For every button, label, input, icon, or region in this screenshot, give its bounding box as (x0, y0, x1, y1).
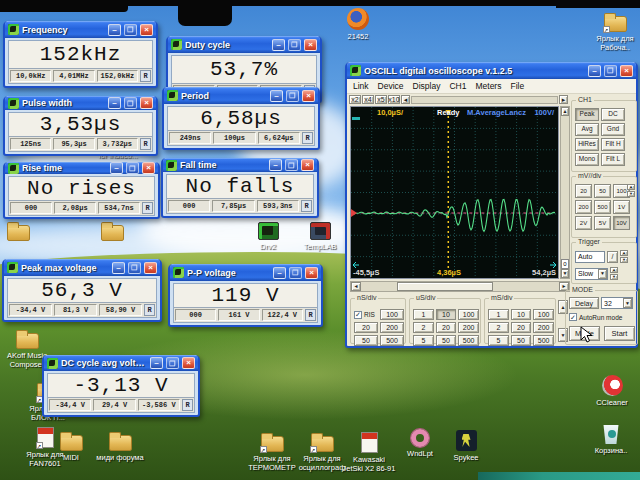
reset-button[interactable]: R (140, 70, 151, 82)
meter-window-fall-time[interactable]: Fall time–❐×No falls0007,85µs593,3nsR (161, 158, 319, 218)
trigger2-spin-up[interactable]: ▲ (610, 267, 618, 273)
toolbar-right-arrow[interactable]: ▸ (559, 95, 568, 104)
timebase-us-20[interactable]: 20 (436, 322, 457, 333)
desktop-icon-21452[interactable]: 21452 (328, 8, 388, 41)
timebase-ns-20[interactable]: 20 (354, 322, 378, 333)
close-button[interactable]: × (182, 357, 195, 369)
timebase-ms-5[interactable]: 5 (488, 335, 509, 346)
minimize-button[interactable]: – (110, 162, 123, 174)
timebase-ns-50[interactable]: 50 (354, 335, 378, 346)
mv-div-button-10V[interactable]: 10V (613, 216, 630, 230)
timebase-ns-100[interactable]: 100 (380, 309, 404, 320)
horizontal-scrollbar[interactable]: ◄ ► (350, 281, 570, 292)
minimize-button[interactable]: – (112, 262, 125, 274)
maximize-button[interactable]: ❐ (166, 357, 179, 369)
meter-titlebar[interactable]: Peak max voltage–❐× (4, 259, 160, 276)
maximize-button[interactable]: ❐ (604, 65, 617, 77)
close-button[interactable]: × (301, 159, 314, 171)
desktop-icon-CCleaner[interactable]: CCleaner (582, 375, 640, 407)
combo-dropdown-icon[interactable]: ▼ (623, 298, 632, 308)
minimize-button[interactable]: – (270, 90, 283, 102)
ris-checkbox[interactable]: ✓RIS (354, 309, 378, 320)
ch1-button-dc[interactable]: DC (601, 108, 625, 121)
timebase-ms-500[interactable]: 500 (533, 335, 554, 346)
close-button[interactable]: × (302, 90, 315, 102)
close-button[interactable]: × (142, 162, 155, 174)
combo-dropdown-icon[interactable]: ▼ (598, 269, 607, 279)
mv-div-button-1V[interactable]: 1V (613, 200, 630, 214)
reset-button[interactable]: R (140, 138, 151, 150)
mv-spin-up[interactable]: ▲ (627, 184, 635, 190)
minimize-button[interactable]: – (273, 267, 286, 279)
ch1-button-hires[interactable]: HiRes (575, 138, 599, 151)
meter-titlebar[interactable]: DC cycle avg voltage–❐× (44, 355, 198, 371)
timebase-us-2[interactable]: 2 (413, 322, 434, 333)
delay-combo[interactable]: 32▼ (601, 297, 633, 309)
meter-titlebar[interactable]: Frequency–❐× (5, 21, 156, 38)
scroll-track[interactable] (561, 116, 569, 259)
trigger-slope-button[interactable]: / (607, 251, 618, 263)
ch1-button-filt-l[interactable]: Filt L (601, 153, 625, 166)
close-button[interactable]: × (144, 262, 157, 274)
timebase-ns-200[interactable]: 200 (380, 322, 404, 333)
zoom-button-x10[interactable]: x10 (388, 95, 400, 104)
trigger-speed-combo[interactable]: Slow▼ (575, 268, 608, 280)
autorun-checkbox[interactable]: ✓AutoRun mode (569, 313, 622, 321)
desktop-icon-folder[interactable] (0, 225, 48, 241)
scroll-thumb[interactable] (397, 282, 493, 291)
maximize-button[interactable]: ❐ (126, 162, 139, 174)
minimize-button[interactable]: – (108, 97, 121, 109)
maximize-button[interactable]: ❐ (289, 267, 302, 279)
reset-button[interactable]: R (305, 309, 316, 321)
timebase-ms-100[interactable]: 100 (533, 309, 554, 320)
minimize-button[interactable]: – (269, 159, 282, 171)
scroll-left-button[interactable]: ◄ (351, 282, 361, 291)
vertical-scrollbar[interactable]: ▲ 0 ▼ (560, 106, 570, 279)
ch1-button-gnd[interactable]: Gnd (601, 123, 625, 136)
scroll-down-button[interactable]: ▼ (561, 269, 569, 278)
close-button[interactable]: × (140, 24, 153, 36)
trigger-source-combo[interactable]: Auto (575, 251, 605, 263)
oscilloscope-window[interactable]: OSCILL digital oscilloscope v.1.2.5 – ❐ … (345, 62, 638, 348)
menu-item-ch1[interactable]: CH1 (449, 81, 466, 91)
meter-titlebar[interactable]: Pulse width–❐× (5, 96, 156, 110)
meter-window-dc-avg[interactable]: DC cycle avg voltage–❐×-3,13 V-34,4 V29,… (42, 355, 200, 417)
close-button[interactable]: × (140, 97, 153, 109)
meter-window-period[interactable]: Period–❐×6,58µs249ns100µs6,624µsR (162, 87, 320, 150)
meter-titlebar[interactable]: P-P voltage–❐× (170, 264, 321, 281)
reset-button[interactable]: R (301, 200, 312, 212)
scope-display[interactable]: 10,0µS/ Ready M.AverageLancz 100V/ -45,5… (350, 106, 559, 279)
minimize-button[interactable]: – (150, 357, 163, 369)
close-button[interactable]: × (305, 267, 318, 279)
desktop-icon-folder[interactable] (82, 225, 142, 241)
menu-item-meters[interactable]: Meters (475, 81, 501, 91)
timebase-ms-1[interactable]: 1 (488, 309, 509, 320)
desktop-icon-TempLAB[interactable]: TempLAB (290, 222, 350, 251)
timebase-us-10[interactable]: 10 (436, 309, 457, 320)
ch1-button-filt-h[interactable]: Filt H (601, 138, 625, 151)
close-button[interactable]: × (304, 39, 317, 51)
meter-titlebar[interactable]: Duty cycle–❐× (168, 36, 320, 53)
desktop-icon-Ярлык для[interactable]: ↗Ярлык дляРабоча.. (585, 16, 640, 52)
menu-item-device[interactable]: Device (378, 81, 404, 91)
maximize-button[interactable]: ❐ (285, 159, 298, 171)
maximize-button[interactable]: ❐ (286, 90, 299, 102)
timebase-us-1[interactable]: 1 (413, 309, 434, 320)
timebase-us-5[interactable]: 5 (413, 335, 434, 346)
minimize-button[interactable]: – (108, 24, 121, 36)
menu-item-file[interactable]: File (510, 81, 524, 91)
zoom-button-x4[interactable]: x4 (362, 95, 374, 104)
timebase-ms-50[interactable]: 50 (511, 335, 532, 346)
meter-window-peak-max[interactable]: Peak max voltage–❐×56,3 V-34,4 V81,3 V58… (2, 259, 162, 322)
zoom-button-x5[interactable]: x5 (375, 95, 387, 104)
mv-div-button-5V[interactable]: 5V (594, 216, 611, 230)
ch1-button-mono[interactable]: Mono (575, 153, 599, 166)
mv-div-button-20[interactable]: 20 (575, 184, 592, 198)
oscilloscope-titlebar[interactable]: OSCILL digital oscilloscope v.1.2.5 – ❐ … (347, 62, 636, 79)
mv-div-button-200[interactable]: 200 (575, 200, 592, 214)
meter-titlebar[interactable]: Fall time–❐× (163, 158, 317, 172)
timebase-us-200[interactable]: 200 (458, 322, 479, 333)
timebase-us-100[interactable]: 100 (458, 309, 479, 320)
meter-titlebar[interactable]: Rise time–❐× (5, 162, 158, 174)
reset-button[interactable]: R (144, 304, 155, 316)
